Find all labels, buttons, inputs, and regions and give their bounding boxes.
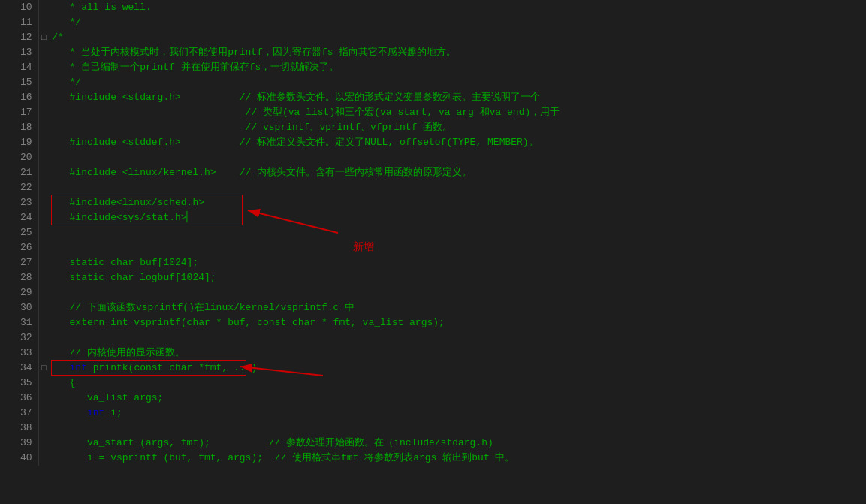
keyword-int-2: int <box>52 407 104 418</box>
fold-button <box>38 225 49 240</box>
code-content <box>49 180 865 195</box>
fold-button <box>38 330 49 346</box>
fold-button <box>38 436 49 451</box>
code-content: // vsprintf、vprintf、vfprintf 函数。 <box>49 120 865 135</box>
fold-button <box>38 75 49 90</box>
fold-button <box>38 255 49 270</box>
line-number: 16 <box>0 90 38 105</box>
line-number: 26 <box>0 240 38 255</box>
code-content <box>49 150 865 165</box>
line-number: 23 <box>0 195 38 210</box>
line-number: 29 <box>0 285 38 300</box>
code-content: va_list args; <box>49 391 865 406</box>
code-table: 10 * all is well.11 */12□/*13 * 当处于内核模式时… <box>0 0 866 466</box>
code-content: * all is well. <box>49 0 865 15</box>
line-number: 35 <box>0 376 38 391</box>
table-row: 26 <box>0 240 866 255</box>
code-content: #include<linux/sched.h> <box>49 195 865 210</box>
fold-button <box>38 210 49 225</box>
table-row: 17 // 类型(va_list)和三个宏(va_start, va_arg 和… <box>0 105 866 120</box>
table-row: 25 <box>0 225 866 240</box>
fold-button <box>38 195 49 210</box>
code-content: static char logbuf[1024]; <box>49 270 865 285</box>
line-number: 21 <box>0 165 38 180</box>
table-row: 32 <box>0 330 866 346</box>
table-row: 11 */ <box>0 15 866 30</box>
line-number: 20 <box>0 150 38 165</box>
table-row: 35 { <box>0 376 866 391</box>
code-content <box>49 421 865 436</box>
code-content: /* <box>49 30 865 45</box>
line-number: 27 <box>0 255 38 270</box>
table-row: 22 <box>0 180 866 195</box>
table-row: 40 i = vsprintf (buf, fmt, args); // 使用格… <box>0 451 866 466</box>
table-row: 30 // 下面该函数vsprintf()在linux/kernel/vspri… <box>0 300 866 315</box>
code-content <box>49 285 865 300</box>
table-row: 13 * 当处于内核模式时，我们不能使用printf，因为寄存器fs 指向其它不… <box>0 45 866 60</box>
table-row: 20 <box>0 150 866 165</box>
code-content: static char buf[1024]; <box>49 255 865 270</box>
code-content: i = vsprintf (buf, fmt, args); // 使用格式串f… <box>49 451 865 466</box>
table-row: 27 static char buf[1024]; <box>0 255 866 270</box>
line-number: 18 <box>0 120 38 135</box>
table-row: 15 */ <box>0 75 866 90</box>
line-number: 14 <box>0 60 38 75</box>
line-number: 12 <box>0 30 38 45</box>
table-row: 29 <box>0 285 866 300</box>
table-row: 33 // 内核使用的显示函数。 <box>0 346 866 361</box>
line-number: 24 <box>0 210 38 225</box>
fold-button <box>38 270 49 285</box>
table-row: 38 <box>0 421 866 436</box>
code-content: */ <box>49 75 865 90</box>
fold-button <box>38 180 49 195</box>
code-content: // 下面该函数vsprintf()在linux/kernel/vsprintf… <box>49 300 865 315</box>
table-row: 28 static char logbuf[1024]; <box>0 270 866 285</box>
code-content: #include <linux/kernel.h> // 内核头文件。含有一些内… <box>49 165 865 180</box>
line-number: 25 <box>0 225 38 240</box>
fold-button[interactable]: □ <box>38 30 49 45</box>
code-content <box>49 330 865 346</box>
fold-button <box>38 285 49 300</box>
fold-button <box>38 150 49 165</box>
table-row: 31 extern int vsprintf(char * buf, const… <box>0 315 866 330</box>
fold-button <box>38 135 49 150</box>
line-number: 38 <box>0 421 38 436</box>
code-content: #include<sys/stat.h>▏ <box>49 210 865 225</box>
fold-button <box>38 300 49 315</box>
fold-button <box>38 0 49 15</box>
fold-button[interactable]: □ <box>38 361 49 376</box>
fold-button <box>38 315 49 330</box>
fold-button <box>38 376 49 391</box>
function-signature: printk(const char *fmt, ...) <box>87 362 257 373</box>
table-row: 10 * all is well. <box>0 0 866 15</box>
line-number: 17 <box>0 105 38 120</box>
fold-button <box>38 90 49 105</box>
line-number: 37 <box>0 406 38 421</box>
fold-button <box>38 60 49 75</box>
fold-button <box>38 406 49 421</box>
code-content: int printk(const char *fmt, ...) <box>49 361 865 376</box>
line-number: 40 <box>0 451 38 466</box>
code-content: // 类型(va_list)和三个宏(va_start, va_arg 和va_… <box>49 105 865 120</box>
table-row: 36 va_list args; <box>0 391 866 406</box>
keyword-int: int <box>52 362 87 373</box>
line-number: 39 <box>0 436 38 451</box>
fold-button <box>38 391 49 406</box>
fold-button <box>38 120 49 135</box>
table-row: 39 va_start (args, fmt); // 参数处理开始函数。在（i… <box>0 436 866 451</box>
code-content <box>49 240 865 255</box>
line-number: 31 <box>0 315 38 330</box>
code-content: * 自己编制一个printf 并在使用前保存fs，一切就解决了。 <box>49 60 865 75</box>
table-row: 16 #include <stdarg.h> // 标准参数头文件。以宏的形式定… <box>0 90 866 105</box>
fold-button <box>38 240 49 255</box>
line-number: 33 <box>0 346 38 361</box>
table-row: 24 #include<sys/stat.h>▏ <box>0 210 866 225</box>
code-content: #include <stdarg.h> // 标准参数头文件。以宏的形式定义变量… <box>49 90 865 105</box>
line-number: 13 <box>0 45 38 60</box>
line-number: 32 <box>0 330 38 346</box>
table-row: 23 #include<linux/sched.h> <box>0 195 866 210</box>
table-row: 21 #include <linux/kernel.h> // 内核头文件。含有… <box>0 165 866 180</box>
code-content: extern int vsprintf(char * buf, const ch… <box>49 315 865 330</box>
table-row: 37 int i; <box>0 406 866 421</box>
fold-button <box>38 346 49 361</box>
